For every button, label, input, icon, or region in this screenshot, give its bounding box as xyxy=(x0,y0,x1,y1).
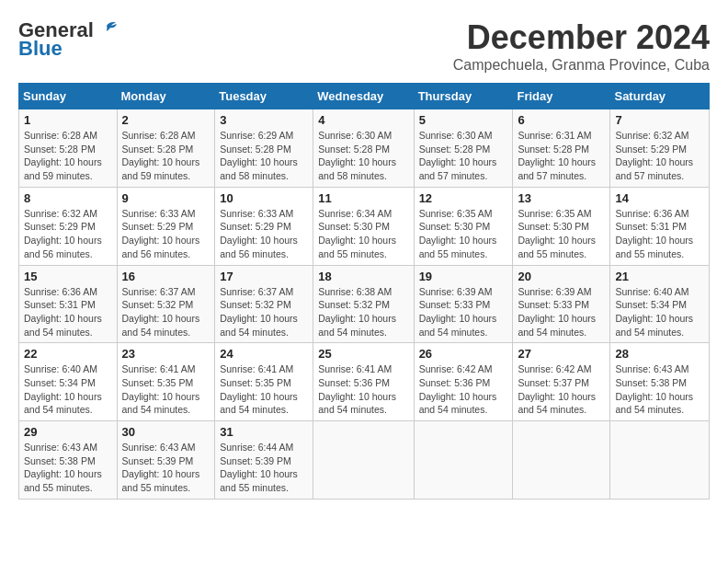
calendar-cell: 26Sunrise: 6:42 AM Sunset: 5:36 PM Dayli… xyxy=(414,343,513,421)
day-number: 23 xyxy=(122,347,210,361)
logo-blue: Blue xyxy=(18,37,63,61)
day-header-tuesday: Tuesday xyxy=(215,84,313,109)
month-title: December 2024 xyxy=(453,18,710,57)
day-detail: Sunrise: 6:37 AM Sunset: 5:32 PM Dayligh… xyxy=(122,285,210,339)
calendar-cell xyxy=(414,421,513,500)
calendar-cell: 30Sunrise: 6:43 AM Sunset: 5:39 PM Dayli… xyxy=(117,421,215,500)
calendar-cell: 27Sunrise: 6:42 AM Sunset: 5:37 PM Dayli… xyxy=(513,343,610,421)
day-detail: Sunrise: 6:40 AM Sunset: 5:34 PM Dayligh… xyxy=(615,285,704,339)
calendar-cell: 19Sunrise: 6:39 AM Sunset: 5:33 PM Dayli… xyxy=(414,265,513,343)
day-number: 10 xyxy=(220,191,308,205)
calendar-cell xyxy=(313,421,414,500)
calendar-cell xyxy=(513,421,610,500)
day-detail: Sunrise: 6:42 AM Sunset: 5:36 PM Dayligh… xyxy=(419,362,508,417)
location-subtitle: Campechuela, Granma Province, Cuba xyxy=(453,57,710,74)
day-detail: Sunrise: 6:37 AM Sunset: 5:32 PM Dayligh… xyxy=(220,285,308,339)
day-detail: Sunrise: 6:30 AM Sunset: 5:28 PM Dayligh… xyxy=(318,129,408,183)
calendar-cell: 21Sunrise: 6:40 AM Sunset: 5:34 PM Dayli… xyxy=(610,265,710,343)
day-number: 1 xyxy=(24,113,112,127)
day-detail: Sunrise: 6:33 AM Sunset: 5:29 PM Dayligh… xyxy=(122,207,210,261)
calendar-week-2: 8Sunrise: 6:32 AM Sunset: 5:29 PM Daylig… xyxy=(19,187,710,265)
calendar-cell: 10Sunrise: 6:33 AM Sunset: 5:29 PM Dayli… xyxy=(215,187,313,265)
day-header-friday: Friday xyxy=(513,84,610,109)
day-header-saturday: Saturday xyxy=(610,84,710,109)
day-number: 21 xyxy=(615,270,704,283)
logo: General Blue xyxy=(18,18,118,61)
day-number: 31 xyxy=(220,425,308,439)
calendar-cell: 6Sunrise: 6:31 AM Sunset: 5:28 PM Daylig… xyxy=(513,109,610,188)
day-number: 26 xyxy=(419,347,508,361)
calendar-cell: 16Sunrise: 6:37 AM Sunset: 5:32 PM Dayli… xyxy=(117,265,215,343)
day-number: 8 xyxy=(24,191,112,205)
day-detail: Sunrise: 6:28 AM Sunset: 5:28 PM Dayligh… xyxy=(24,129,112,183)
day-detail: Sunrise: 6:28 AM Sunset: 5:28 PM Dayligh… xyxy=(122,129,210,183)
calendar-week-4: 22Sunrise: 6:40 AM Sunset: 5:34 PM Dayli… xyxy=(19,343,710,421)
calendar-cell: 13Sunrise: 6:35 AM Sunset: 5:30 PM Dayli… xyxy=(513,187,610,265)
day-number: 11 xyxy=(318,191,408,205)
day-number: 29 xyxy=(24,425,112,439)
calendar-cell: 31Sunrise: 6:44 AM Sunset: 5:39 PM Dayli… xyxy=(215,421,313,500)
days-row: SundayMondayTuesdayWednesdayThursdayFrid… xyxy=(19,84,710,109)
day-number: 2 xyxy=(122,113,210,127)
day-number: 27 xyxy=(518,347,605,361)
day-number: 9 xyxy=(122,191,210,205)
calendar-cell: 7Sunrise: 6:32 AM Sunset: 5:29 PM Daylig… xyxy=(610,109,710,188)
calendar-cell: 18Sunrise: 6:38 AM Sunset: 5:32 PM Dayli… xyxy=(313,265,414,343)
calendar-header: SundayMondayTuesdayWednesdayThursdayFrid… xyxy=(19,84,710,109)
day-detail: Sunrise: 6:29 AM Sunset: 5:28 PM Dayligh… xyxy=(220,129,308,183)
calendar-cell: 23Sunrise: 6:41 AM Sunset: 5:35 PM Dayli… xyxy=(117,343,215,421)
day-detail: Sunrise: 6:39 AM Sunset: 5:33 PM Dayligh… xyxy=(419,285,508,339)
page-header: General Blue December 2024 Campechuela, … xyxy=(18,18,710,74)
day-header-sunday: Sunday xyxy=(19,84,118,109)
day-number: 14 xyxy=(615,191,704,205)
day-detail: Sunrise: 6:41 AM Sunset: 5:35 PM Dayligh… xyxy=(122,362,210,417)
day-detail: Sunrise: 6:40 AM Sunset: 5:34 PM Dayligh… xyxy=(24,362,112,417)
day-detail: Sunrise: 6:30 AM Sunset: 5:28 PM Dayligh… xyxy=(419,129,508,183)
day-detail: Sunrise: 6:36 AM Sunset: 5:31 PM Dayligh… xyxy=(615,207,704,261)
day-number: 30 xyxy=(122,425,210,439)
calendar-table: SundayMondayTuesdayWednesdayThursdayFrid… xyxy=(18,83,710,500)
day-number: 13 xyxy=(518,191,605,205)
day-detail: Sunrise: 6:32 AM Sunset: 5:29 PM Dayligh… xyxy=(615,129,704,183)
calendar-body: 1Sunrise: 6:28 AM Sunset: 5:28 PM Daylig… xyxy=(19,109,710,500)
calendar-week-1: 1Sunrise: 6:28 AM Sunset: 5:28 PM Daylig… xyxy=(19,109,710,188)
day-detail: Sunrise: 6:43 AM Sunset: 5:38 PM Dayligh… xyxy=(615,362,704,417)
day-number: 6 xyxy=(518,113,605,127)
calendar-cell: 29Sunrise: 6:43 AM Sunset: 5:38 PM Dayli… xyxy=(19,421,118,500)
calendar-cell: 25Sunrise: 6:41 AM Sunset: 5:36 PM Dayli… xyxy=(313,343,414,421)
day-number: 3 xyxy=(220,113,308,127)
day-detail: Sunrise: 6:39 AM Sunset: 5:33 PM Dayligh… xyxy=(518,285,605,339)
day-detail: Sunrise: 6:44 AM Sunset: 5:39 PM Dayligh… xyxy=(220,441,308,495)
day-header-monday: Monday xyxy=(117,84,215,109)
calendar-cell: 5Sunrise: 6:30 AM Sunset: 5:28 PM Daylig… xyxy=(414,109,513,188)
title-area: December 2024 Campechuela, Granma Provin… xyxy=(453,18,710,74)
calendar-week-3: 15Sunrise: 6:36 AM Sunset: 5:31 PM Dayli… xyxy=(19,265,710,343)
calendar-cell: 15Sunrise: 6:36 AM Sunset: 5:31 PM Dayli… xyxy=(19,265,118,343)
day-detail: Sunrise: 6:33 AM Sunset: 5:29 PM Dayligh… xyxy=(220,207,308,261)
calendar-cell: 20Sunrise: 6:39 AM Sunset: 5:33 PM Dayli… xyxy=(513,265,610,343)
day-detail: Sunrise: 6:35 AM Sunset: 5:30 PM Dayligh… xyxy=(419,207,508,261)
day-detail: Sunrise: 6:38 AM Sunset: 5:32 PM Dayligh… xyxy=(318,285,408,339)
day-number: 24 xyxy=(220,347,308,361)
calendar-cell: 11Sunrise: 6:34 AM Sunset: 5:30 PM Dayli… xyxy=(313,187,414,265)
day-number: 19 xyxy=(419,270,508,283)
calendar-cell: 28Sunrise: 6:43 AM Sunset: 5:38 PM Dayli… xyxy=(610,343,710,421)
calendar-cell: 12Sunrise: 6:35 AM Sunset: 5:30 PM Dayli… xyxy=(414,187,513,265)
day-detail: Sunrise: 6:31 AM Sunset: 5:28 PM Dayligh… xyxy=(518,129,605,183)
day-header-thursday: Thursday xyxy=(414,84,513,109)
day-number: 18 xyxy=(318,270,408,283)
day-detail: Sunrise: 6:42 AM Sunset: 5:37 PM Dayligh… xyxy=(518,362,605,417)
day-number: 28 xyxy=(615,347,704,361)
day-number: 20 xyxy=(518,270,605,283)
calendar-cell: 14Sunrise: 6:36 AM Sunset: 5:31 PM Dayli… xyxy=(610,187,710,265)
day-number: 15 xyxy=(24,270,112,283)
day-header-wednesday: Wednesday xyxy=(313,84,414,109)
day-number: 17 xyxy=(220,270,308,283)
calendar-cell: 2Sunrise: 6:28 AM Sunset: 5:28 PM Daylig… xyxy=(117,109,215,188)
calendar-cell: 8Sunrise: 6:32 AM Sunset: 5:29 PM Daylig… xyxy=(19,187,118,265)
calendar-cell: 1Sunrise: 6:28 AM Sunset: 5:28 PM Daylig… xyxy=(19,109,118,188)
calendar-week-5: 29Sunrise: 6:43 AM Sunset: 5:38 PM Dayli… xyxy=(19,421,710,500)
calendar-cell: 24Sunrise: 6:41 AM Sunset: 5:35 PM Dayli… xyxy=(215,343,313,421)
day-number: 25 xyxy=(318,347,408,361)
day-detail: Sunrise: 6:35 AM Sunset: 5:30 PM Dayligh… xyxy=(518,207,605,261)
